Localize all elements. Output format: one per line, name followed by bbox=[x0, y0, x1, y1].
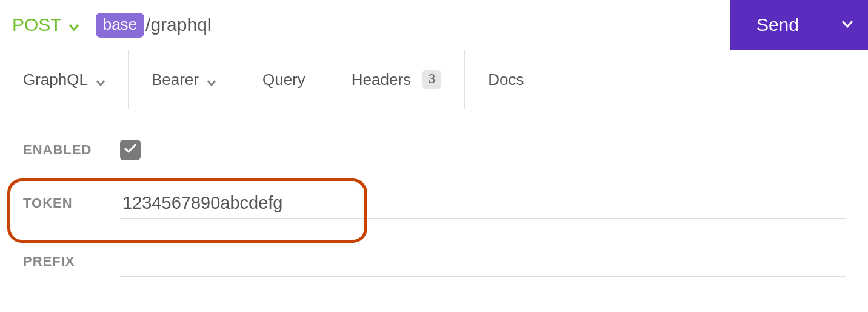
headers-count-badge: 3 bbox=[422, 70, 441, 89]
token-label: TOKEN bbox=[23, 195, 120, 211]
http-method-label: POST bbox=[12, 15, 62, 35]
caret-down-icon bbox=[96, 72, 105, 90]
tab-auth-type[interactable]: Bearer bbox=[129, 50, 239, 109]
form-row-enabled: ENABLED bbox=[23, 140, 846, 160]
send-dropdown-button[interactable] bbox=[826, 0, 868, 50]
tab-query[interactable]: Query bbox=[239, 50, 329, 109]
send-button[interactable]: Send bbox=[730, 0, 826, 50]
tab-label: Headers bbox=[352, 70, 411, 89]
request-bar: POST base /graphql Send bbox=[0, 0, 868, 50]
prefix-input[interactable] bbox=[120, 246, 846, 277]
tab-body-type[interactable]: GraphQL bbox=[0, 50, 129, 109]
send-button-group: Send bbox=[730, 0, 868, 50]
environment-chip[interactable]: base bbox=[96, 13, 144, 38]
request-path[interactable]: /graphql bbox=[145, 15, 211, 35]
prefix-label: PREFIX bbox=[23, 254, 120, 270]
tab-docs[interactable]: Docs bbox=[465, 50, 547, 109]
token-input[interactable] bbox=[120, 188, 846, 219]
right-gutter bbox=[860, 50, 868, 312]
http-method-selector[interactable]: POST bbox=[12, 14, 79, 36]
form-row-token: TOKEN bbox=[23, 188, 846, 219]
tabs-bar: GraphQL Bearer Query Headers 3 Docs bbox=[0, 50, 868, 109]
enabled-checkbox[interactable] bbox=[120, 140, 141, 160]
tab-label: Query bbox=[262, 70, 305, 89]
enabled-label: ENABLED bbox=[23, 142, 120, 158]
tab-label: Docs bbox=[488, 70, 524, 89]
check-icon bbox=[124, 144, 136, 156]
tab-label: Bearer bbox=[152, 70, 199, 89]
caret-down-icon bbox=[207, 72, 216, 90]
auth-form: ENABLED TOKEN PREFIX bbox=[0, 109, 868, 277]
tab-headers[interactable]: Headers 3 bbox=[329, 50, 466, 109]
caret-down-icon bbox=[69, 15, 79, 36]
form-row-prefix: PREFIX bbox=[23, 246, 846, 277]
tab-label: GraphQL bbox=[23, 70, 88, 89]
caret-down-icon bbox=[842, 21, 853, 30]
